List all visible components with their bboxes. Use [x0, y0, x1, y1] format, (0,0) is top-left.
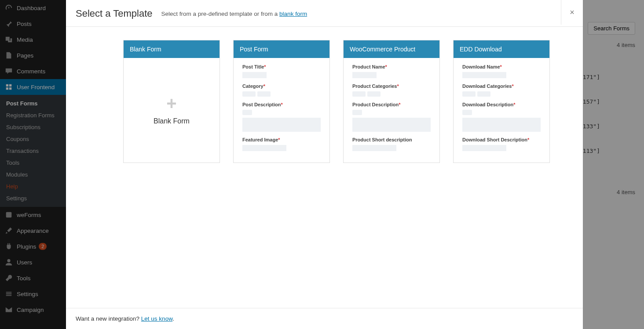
blank-form-link[interactable]: blank form — [279, 11, 307, 17]
close-icon: × — [570, 8, 574, 17]
field-placeholder — [462, 118, 541, 132]
field-placeholder — [242, 110, 252, 115]
modal-header: Select a Template Select from a pre-defi… — [66, 0, 583, 27]
field-placeholder — [352, 91, 431, 97]
modal-title: Select a Template — [76, 8, 152, 19]
modal-close-button[interactable]: × — [561, 0, 583, 25]
field-label: Download Categories* — [462, 83, 541, 89]
template-edd-download[interactable]: EDD Download Download Name* Download Cat… — [453, 40, 550, 163]
plus-icon: + — [166, 94, 176, 112]
field-placeholder — [462, 72, 506, 78]
field-label: Product Description* — [352, 102, 431, 107]
field-placeholder — [352, 72, 377, 78]
field-label: Featured Image* — [242, 137, 321, 142]
field-label: Download Name* — [462, 64, 541, 69]
template-title: Post Form — [234, 40, 329, 58]
template-preview: Post Title* Category* Post Description* … — [234, 58, 329, 157]
field-label: Post Description* — [242, 102, 321, 107]
field-placeholder — [242, 118, 321, 132]
field-placeholder — [242, 72, 267, 78]
template-preview: + Blank Form — [124, 58, 220, 161]
field-label: Post Title* — [242, 64, 321, 69]
field-label: Download Description* — [462, 102, 541, 107]
template-title: EDD Download — [454, 40, 549, 58]
let-us-know-link[interactable]: Let us know — [141, 315, 172, 322]
blank-form-label: Blank Form — [154, 117, 190, 125]
template-post-form[interactable]: Post Form Post Title* Category* Post Des… — [233, 40, 330, 163]
field-label: Download Short Description* — [462, 137, 541, 142]
field-placeholder — [242, 91, 321, 97]
template-title: WooCommerce Product — [344, 40, 439, 58]
modal-subtitle: Select from a pre-defined template or fr… — [161, 11, 307, 17]
field-placeholder — [462, 145, 506, 151]
field-label: Product Categories* — [352, 83, 431, 89]
template-modal: Select a Template Select from a pre-defi… — [66, 0, 583, 329]
field-placeholder — [462, 110, 472, 115]
field-label: Product Short description — [352, 137, 431, 142]
template-woocommerce-product[interactable]: WooCommerce Product Product Name* Produc… — [343, 40, 440, 163]
template-blank-form[interactable]: Blank Form + Blank Form — [123, 40, 220, 163]
template-preview: Download Name* Download Categories* Down… — [454, 58, 549, 157]
field-placeholder — [462, 91, 541, 97]
field-placeholder — [352, 110, 362, 115]
template-title: Blank Form — [124, 40, 220, 58]
field-label: Category* — [242, 83, 321, 89]
modal-body[interactable]: Blank Form + Blank Form Post Form Post T… — [66, 27, 583, 308]
template-preview: Product Name* Product Categories* Produc… — [344, 58, 439, 157]
field-label: Product Name* — [352, 64, 431, 69]
field-placeholder — [242, 145, 286, 151]
modal-footer: Want a new integration? Let us know. — [66, 308, 583, 329]
field-placeholder — [352, 145, 396, 151]
field-placeholder — [352, 118, 431, 132]
